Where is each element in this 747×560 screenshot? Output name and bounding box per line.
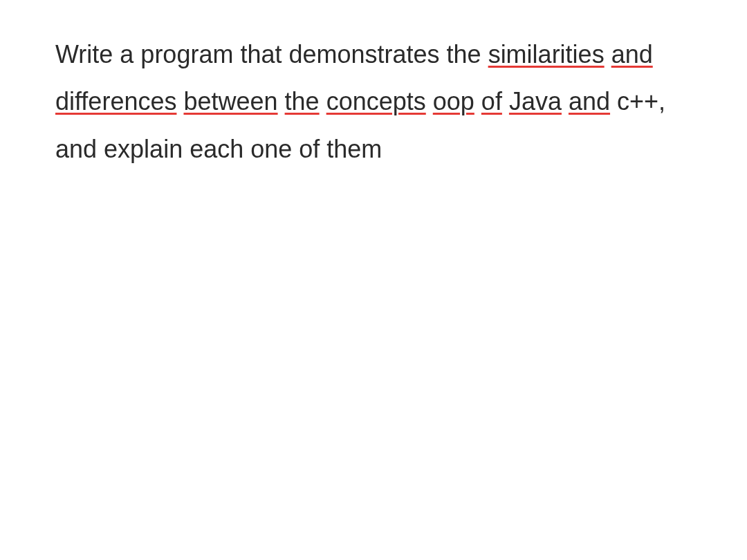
underlined-word: between (183, 87, 277, 115)
plain-text: Write a program that demonstrates the (55, 40, 488, 68)
underlined-word: similarities (488, 40, 605, 68)
underlined-word: concepts (326, 87, 426, 115)
underlined-word: oop (433, 87, 474, 115)
plain-text (562, 87, 569, 115)
plain-text (278, 87, 285, 115)
underlined-word: and (611, 40, 653, 68)
plain-text (176, 87, 183, 115)
underlined-word: Java (509, 87, 562, 115)
underlined-word: the (285, 87, 320, 115)
underlined-word: and (569, 87, 610, 115)
question-paragraph: Write a program that demonstrates the si… (55, 31, 692, 173)
plain-text (320, 87, 326, 115)
underlined-word: differences (55, 87, 176, 115)
plain-text (502, 87, 509, 115)
plain-text (474, 87, 481, 115)
underlined-word: of (481, 87, 502, 115)
plain-text (426, 87, 433, 115)
plain-text (605, 40, 611, 68)
